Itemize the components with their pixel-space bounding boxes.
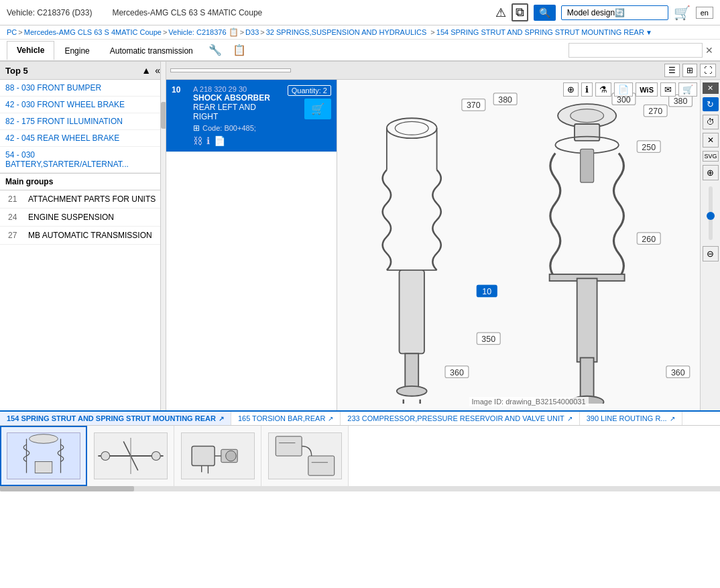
close-panel-btn[interactable]: ✕ xyxy=(703,82,719,94)
chain-icon[interactable]: ⛓ xyxy=(193,135,202,146)
tab-engine[interactable]: Engine xyxy=(54,42,99,60)
svg-text:260: 260 xyxy=(642,235,656,244)
svg-rect-51 xyxy=(192,446,215,465)
svg-text:360: 360 xyxy=(450,368,464,377)
list-view-btn[interactable]: ☰ xyxy=(664,64,680,77)
zoom-in-diag-btn[interactable]: ⊕ xyxy=(703,165,719,180)
svg-btn[interactable]: SVG xyxy=(703,151,719,162)
vehicle-id: Vehicle: C218376 (D33) xyxy=(7,8,92,17)
group-num-21: 21 xyxy=(8,194,23,204)
search-clear-btn[interactable]: ✕ xyxy=(705,45,713,56)
doc-btn-top[interactable]: 📄 xyxy=(614,82,633,97)
ext-link-icon-0: ↗ xyxy=(219,415,224,422)
wis-btn-top[interactable]: WiS xyxy=(636,82,658,97)
thumb-165[interactable] xyxy=(87,426,174,486)
part-pos: 10 xyxy=(172,85,188,146)
model-search-input[interactable] xyxy=(561,5,668,20)
info-btn-top[interactable]: ℹ xyxy=(581,82,593,97)
svg-rect-5 xyxy=(400,270,424,353)
breadcrumb-arrow[interactable]: ▼ xyxy=(646,29,652,36)
sidebar: Top 5 ▲ « 88 - 030 FRONT BUMPER 42 - 030… xyxy=(0,62,166,410)
sidebar-item-0[interactable]: 88 - 030 FRONT BUMPER xyxy=(0,80,166,97)
filter-btn-top[interactable]: ⚗ xyxy=(595,82,611,97)
search-icon[interactable]: 🔍 xyxy=(534,5,556,21)
svg-point-12 xyxy=(571,109,604,123)
zoom-in-btn-top[interactable]: ⊕ xyxy=(563,82,579,97)
part-number: A 218 320 29 30 xyxy=(193,85,282,93)
breadcrumb-pc[interactable]: PC xyxy=(7,28,17,36)
sidebar-scroll[interactable] xyxy=(160,62,166,410)
image-id: Image ID: drawing_B32154000031 xyxy=(469,397,588,406)
sidebar-top5-title: Top 5 xyxy=(5,66,28,76)
thumb-233[interactable] xyxy=(174,426,261,486)
warning-icon[interactable]: ⚠ xyxy=(495,5,506,20)
zoom-out-diag-btn[interactable]: ⊖ xyxy=(703,246,719,261)
thumb-390[interactable] xyxy=(261,426,349,486)
bottom-tab-390[interactable]: 390 LINE ROUTING R... ↗ xyxy=(580,412,682,425)
sidebar-item-3[interactable]: 42 - 045 REAR WHEEL BRAKE xyxy=(0,130,166,147)
breadcrumb-vehicle[interactable]: Vehicle: C218376 📋 xyxy=(168,27,238,37)
thumbnails-row xyxy=(0,426,720,486)
add-to-cart-btn[interactable]: 🛒 xyxy=(304,99,331,119)
svg-rect-18 xyxy=(581,358,594,400)
part-item-10[interactable]: 10 A 218 320 29 30 SHOCK ABSORBER REAR L… xyxy=(166,80,337,152)
breadcrumb-d33[interactable]: D33 xyxy=(245,28,259,36)
sidebar-item-1[interactable]: 42 - 030 FRONT WHEEL BRAKE xyxy=(0,97,166,113)
svg-point-47 xyxy=(101,452,109,461)
group-num-27: 27 xyxy=(8,231,23,240)
zoom-slider[interactable] xyxy=(709,186,713,240)
bottom-tab-165[interactable]: 165 TORSION BAR,REAR ↗ xyxy=(231,412,341,425)
thumb-img-390 xyxy=(268,432,342,479)
tab-vehicle[interactable]: Vehicle xyxy=(7,41,54,60)
sidebar-group-27[interactable]: 27 MB AUTOMATIC TRANSMISSION xyxy=(0,227,166,245)
part-sub: REAR LEFT AND RIGHT xyxy=(193,103,282,121)
doc-icon[interactable]: 📄 xyxy=(214,135,225,146)
svg-text:250: 250 xyxy=(642,143,656,152)
sidebar-expand-btn[interactable]: « xyxy=(155,65,160,76)
tab-search-input[interactable] xyxy=(568,43,703,58)
svg-point-1 xyxy=(395,121,428,135)
sidebar-item-2[interactable]: 82 - 175 FRONT ILLUMINATION xyxy=(0,113,166,130)
main-area: Top 5 ▲ « 88 - 030 FRONT BUMPER 42 - 030… xyxy=(0,62,720,410)
lang-badge[interactable]: en xyxy=(696,7,713,19)
svg-point-54 xyxy=(225,451,236,461)
breadcrumb: PC > Mercedes-AMG CLS 63 S 4MATIC Coupe … xyxy=(0,25,720,40)
breadcrumb-model[interactable]: Mercedes-AMG CLS 63 S 4MATIC Coupe xyxy=(24,28,162,36)
mail-btn-top[interactable]: ✉ xyxy=(660,82,676,97)
sidebar-group-24[interactable]: 24 ENGINE SUSPENSION xyxy=(0,209,166,227)
sidebar-groups-list: 21 ATTACHMENT PARTS FOR UNITS 24 ENGINE … xyxy=(0,190,166,410)
bottom-area: 154 SPRING STRUT AND SPRING STRUT MOUNTI… xyxy=(0,410,720,491)
sidebar-item-4[interactable]: 54 - 030 BATTERY,STARTER/ALTERNAT... xyxy=(0,147,166,173)
sidebar-group-21[interactable]: 21 ATTACHMENT PARTS FOR UNITS xyxy=(0,190,166,209)
rotate-icon-btn[interactable]: ↻ xyxy=(703,97,719,111)
part-name: SHOCK ABSORBER xyxy=(193,93,282,103)
copy-icon[interactable]: ⧉ xyxy=(512,3,528,21)
tabs-row: Vehicle Engine Automatic transmission 🔧 … xyxy=(0,40,720,62)
add-cart-icon[interactable]: 🛒 xyxy=(674,5,691,21)
sidebar-collapse-btn[interactable]: ▲ xyxy=(141,65,151,76)
bottom-tab-233[interactable]: 233 COMPRESSOR,PRESSURE RESERVOIR AND VA… xyxy=(341,412,579,425)
thumb-154[interactable] xyxy=(0,426,87,486)
tab-transmission[interactable]: Automatic transmission xyxy=(100,42,203,60)
tab-icon-1[interactable]: 🔧 xyxy=(203,40,227,60)
close-x-btn[interactable]: ✕ xyxy=(703,133,719,148)
parts-list: 10 A 218 320 29 30 SHOCK ABSORBER REAR L… xyxy=(166,80,337,410)
horizontal-scrollbar[interactable] xyxy=(0,486,720,491)
diagram-right-toolbar: ✕ ↻ ⏱ ✕ SVG ⊕ ⊖ xyxy=(700,80,720,410)
svg-text:380: 380 xyxy=(498,95,512,105)
breadcrumb-current[interactable]: 154 SPRING STRUT AND SPRING STRUT MOUNTI… xyxy=(436,28,644,36)
breadcrumb-springs[interactable]: 32 SPRINGS,SUSPENSION AND HYDRAULICS xyxy=(266,28,427,36)
tab-icon-2[interactable]: 📋 xyxy=(227,40,251,60)
svg-text:270: 270 xyxy=(648,107,662,116)
grid-view-btn[interactable]: ⊞ xyxy=(682,64,697,77)
expand-view-btn[interactable]: ⛶ xyxy=(700,64,716,77)
bottom-tab-154[interactable]: 154 SPRING STRUT AND SPRING STRUT MOUNTI… xyxy=(0,412,231,425)
thumb-img-165 xyxy=(94,432,168,479)
history-icon-btn[interactable]: ⏱ xyxy=(703,115,719,129)
svg-text:350: 350 xyxy=(481,335,495,344)
sidebar-top5-list: 88 - 030 FRONT BUMPER 42 - 030 FRONT WHE… xyxy=(0,80,166,173)
cart-btn-top[interactable]: 🛒 xyxy=(678,82,697,97)
svg-rect-17 xyxy=(577,278,597,361)
thumb-img-154 xyxy=(7,432,80,479)
info-circle-icon[interactable]: ℹ xyxy=(206,135,210,146)
